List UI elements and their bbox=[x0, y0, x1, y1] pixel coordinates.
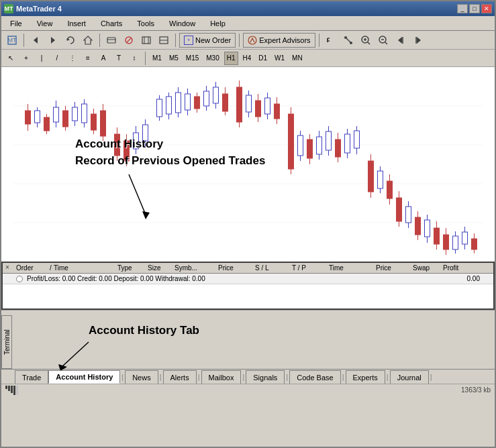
tab-account-history[interactable]: Account History bbox=[48, 370, 120, 384]
expert-advisors-button[interactable]: Expert Advisors bbox=[243, 33, 315, 48]
tab-annotation-arrow bbox=[55, 339, 95, 372]
timeframe-mn[interactable]: MN bbox=[289, 52, 305, 65]
toolbar-btn5[interactable] bbox=[138, 33, 154, 48]
toolbar-chart-type1[interactable] bbox=[323, 33, 339, 48]
svg-rect-79 bbox=[223, 94, 228, 111]
tool-cursor[interactable]: ↖ bbox=[4, 52, 17, 65]
toolbar-btn3[interactable] bbox=[103, 33, 119, 48]
separator5 bbox=[319, 34, 319, 47]
svg-marker-4 bbox=[67, 38, 70, 41]
timeframe-m30[interactable]: M30 bbox=[203, 52, 221, 65]
timeframe-w1[interactable]: W1 bbox=[272, 52, 287, 65]
tool-arrows[interactable]: ↕ bbox=[128, 52, 141, 65]
tool-label[interactable]: T bbox=[112, 52, 126, 65]
svg-rect-129 bbox=[472, 239, 477, 249]
tool-fib[interactable]: ≡ bbox=[81, 52, 95, 65]
tool-vline[interactable]: | bbox=[35, 52, 48, 65]
separator3 bbox=[175, 34, 176, 47]
tab-mailbox[interactable]: Mailbox bbox=[201, 370, 242, 384]
svg-rect-109 bbox=[378, 171, 383, 188]
timeframe-d1[interactable]: D1 bbox=[256, 52, 270, 65]
svg-rect-95 bbox=[307, 139, 313, 158]
svg-rect-39 bbox=[26, 111, 31, 124]
svg-rect-57 bbox=[115, 134, 120, 156]
tab-signals[interactable]: Signals bbox=[246, 370, 285, 384]
tool-channel[interactable]: ⋮ bbox=[66, 52, 79, 65]
toolbar-zoom-out[interactable] bbox=[375, 33, 391, 48]
terminal-panel: × Order / Time Type Size Symb... Price S… bbox=[1, 262, 495, 310]
tab-trade[interactable]: Trade bbox=[15, 370, 48, 384]
menu-view[interactable]: View bbox=[31, 17, 59, 30]
toolbar-scroll-left[interactable] bbox=[393, 33, 409, 48]
expert-advisors-label: Expert Advisors bbox=[259, 36, 310, 44]
menu-file[interactable]: File bbox=[4, 17, 28, 30]
row-content: Profit/Loss: 0.00 Credit: 0.00 Deposit: … bbox=[27, 275, 453, 282]
svg-rect-91 bbox=[289, 114, 294, 169]
tab-codebase[interactable]: Code Base bbox=[289, 370, 340, 384]
svg-rect-65 bbox=[157, 99, 162, 117]
menu-window[interactable]: Window bbox=[163, 17, 201, 30]
toolbar-icon1[interactable]: MT bbox=[4, 33, 20, 48]
svg-rect-67 bbox=[166, 97, 172, 114]
tab-experts[interactable]: Experts bbox=[346, 370, 385, 384]
maximize-button[interactable]: □ bbox=[469, 4, 480, 13]
status-icons bbox=[5, 386, 18, 395]
tab-sep8: | bbox=[429, 373, 434, 381]
col-order: Order bbox=[16, 264, 50, 272]
svg-rect-59 bbox=[124, 141, 130, 161]
timeframe-h4[interactable]: H4 bbox=[240, 52, 254, 65]
col-time: Time bbox=[54, 264, 117, 272]
timeframe-m1[interactable]: M1 bbox=[150, 52, 164, 65]
svg-rect-53 bbox=[91, 114, 97, 130]
col-swap: Swap bbox=[413, 264, 443, 272]
svg-rect-10 bbox=[142, 37, 150, 44]
toolbar-zoom-in[interactable] bbox=[358, 33, 374, 48]
svg-rect-101 bbox=[336, 139, 341, 157]
toolbar-btn6[interactable] bbox=[156, 33, 172, 48]
toolbar-btn4[interactable] bbox=[121, 33, 137, 48]
toolbar-back[interactable] bbox=[28, 33, 44, 48]
candlestick-chart bbox=[1, 67, 495, 262]
timeframe-m5[interactable]: M5 bbox=[166, 52, 181, 65]
menu-tools[interactable]: Tools bbox=[131, 17, 160, 30]
terminal-close-btn[interactable]: × bbox=[5, 264, 9, 271]
svg-rect-77 bbox=[213, 87, 219, 103]
account-history-tab-annotation: Account History Tab bbox=[89, 324, 199, 337]
svg-rect-117 bbox=[415, 217, 421, 235]
terminal-label: Terminal bbox=[1, 315, 12, 369]
toolbar-chart-type2[interactable] bbox=[340, 33, 356, 48]
toolbar2: ↖ + | / ⋮ ≡ A T ↕ M1 M5 M15 M30 H1 H4 D1… bbox=[1, 50, 495, 67]
timeframe-m15[interactable]: M15 bbox=[183, 52, 201, 65]
tab-news[interactable]: News bbox=[125, 370, 158, 384]
menu-help[interactable]: Help bbox=[204, 17, 232, 30]
svg-marker-5 bbox=[84, 36, 92, 44]
tab-sep4: | bbox=[241, 373, 246, 381]
tab-alerts[interactable]: Alerts bbox=[163, 370, 197, 384]
separator2 bbox=[99, 34, 100, 47]
bottom-tabs: Trade Account History | News | Alerts | … bbox=[1, 369, 495, 384]
chart-area[interactable]: Account History Record of Previous Opene… bbox=[1, 67, 495, 262]
toolbar-refresh[interactable] bbox=[62, 33, 79, 48]
svg-rect-121 bbox=[434, 228, 440, 244]
svg-rect-89 bbox=[275, 104, 280, 119]
terminal-data-row: Profit/Loss: 0.00 Credit: 0.00 Deposit: … bbox=[3, 274, 493, 284]
tool-crosshair[interactable]: + bbox=[19, 52, 33, 65]
tab-journal[interactable]: Journal bbox=[390, 370, 429, 384]
menu-charts[interactable]: Charts bbox=[95, 17, 128, 30]
toolbar-scroll-right[interactable] bbox=[410, 33, 426, 48]
timeframe-h1[interactable]: H1 bbox=[224, 52, 238, 65]
window-title: MetaTrader 4 bbox=[16, 5, 62, 13]
space-panel: Account History Tab Terminal bbox=[1, 310, 495, 369]
minimize-button[interactable]: _ bbox=[457, 4, 468, 13]
new-order-button[interactable]: + New Order bbox=[179, 33, 236, 48]
svg-line-27 bbox=[385, 42, 387, 44]
toolbar-forward[interactable] bbox=[45, 33, 61, 48]
title-controls: _ □ ✕ bbox=[457, 4, 492, 13]
toolbar-home[interactable] bbox=[80, 33, 96, 48]
svg-rect-49 bbox=[72, 107, 78, 121]
tool-text[interactable]: A bbox=[97, 52, 110, 65]
close-button[interactable]: ✕ bbox=[481, 4, 492, 13]
tool-trendline[interactable]: / bbox=[50, 52, 64, 65]
menu-insert[interactable]: Insert bbox=[61, 17, 92, 30]
row-indicator bbox=[16, 276, 23, 282]
